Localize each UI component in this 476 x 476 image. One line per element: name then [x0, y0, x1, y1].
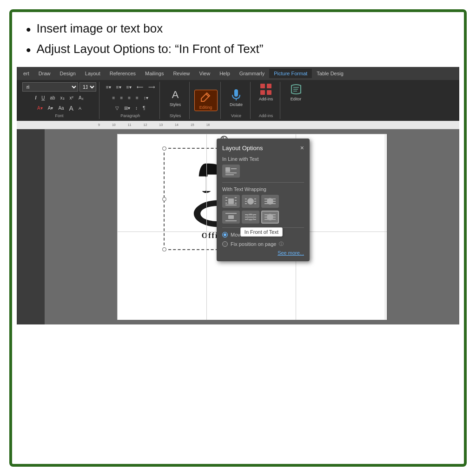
line-spacing[interactable]: ↕▾	[142, 94, 150, 101]
multilevel-button[interactable]: ≡▾	[125, 84, 133, 91]
wrap-icons-row-1	[222, 195, 304, 208]
svg-point-46	[267, 214, 273, 220]
subscript-button[interactable]: x₂	[59, 94, 66, 101]
fix-position-option[interactable]: Fix position on page ⓘ	[222, 241, 304, 247]
radio-move-with-text[interactable]	[222, 232, 228, 238]
paragraph-group-label: Paragraph	[120, 113, 140, 119]
font-name-selector[interactable]: ri	[22, 82, 78, 92]
font-color-a[interactable]: A▾	[46, 105, 55, 112]
wrap-in-front-icon[interactable]: In Front of Text	[261, 211, 279, 224]
radio-fix-position[interactable]	[222, 241, 228, 247]
tab-view[interactable]: View	[195, 69, 215, 78]
font-size-selector[interactable]: 11	[79, 82, 96, 92]
handle-bottom-left[interactable]	[162, 247, 166, 251]
svg-rect-4	[267, 84, 271, 88]
font-row-1: ri 11	[22, 82, 96, 93]
editor-icon	[290, 83, 303, 96]
strikethrough-button[interactable]: ab	[48, 94, 57, 101]
tab-grammarly[interactable]: Grammarly	[235, 69, 269, 78]
shading-button[interactable]: ▽	[113, 105, 121, 112]
ribbon-group-font: ri 11 I U ab x₂ x² Aᵪ A▾ A▾ A	[20, 82, 99, 119]
tab-draw[interactable]: Draw	[34, 69, 55, 78]
handle-top-left[interactable]	[162, 146, 166, 151]
inline-option	[222, 165, 304, 178]
panel-close-button[interactable]: ×	[300, 144, 304, 152]
tab-mailings[interactable]: Mailings	[140, 69, 168, 78]
para-row-3: ▽ ⊞▾ ↕ ¶	[113, 103, 147, 113]
pilcrow-button[interactable]: ¶	[141, 105, 147, 112]
document-area: ⚓	[17, 129, 459, 324]
decrease-indent[interactable]: ⟵	[135, 84, 145, 91]
svg-rect-17	[228, 198, 234, 204]
tab-help[interactable]: Help	[215, 69, 235, 78]
page-area: ⚓	[45, 129, 459, 324]
svg-rect-6	[267, 90, 271, 95]
increase-indent[interactable]: ⟶	[146, 84, 157, 91]
tab-layout[interactable]: Layout	[80, 69, 105, 78]
svg-rect-36	[228, 215, 234, 219]
styles-group-label: Styles	[170, 113, 181, 119]
underline-button[interactable]: U	[40, 94, 46, 101]
editing-button[interactable]: Editing	[194, 90, 218, 111]
left-sidebar	[17, 129, 45, 324]
tab-ert[interactable]: ert	[19, 69, 34, 78]
fix-position-label: Fix position on page	[231, 241, 276, 247]
styles-row: A Styles	[165, 82, 185, 113]
clear-format-button[interactable]: Aᵪ	[77, 94, 86, 101]
tab-picture-format[interactable]: Picture Format	[269, 69, 312, 78]
handle-mid-left[interactable]	[162, 197, 166, 201]
instruction-item-1: Insert image or text box	[26, 21, 450, 38]
font-size-a-big[interactable]: A	[67, 104, 75, 113]
font-size-a-small[interactable]: A	[77, 105, 83, 112]
fix-info-icon[interactable]: ⓘ	[279, 241, 284, 247]
svg-point-25	[247, 198, 254, 205]
numbering-button[interactable]: ≡▾	[114, 84, 123, 91]
justify[interactable]: ≡	[134, 94, 140, 101]
sort-button[interactable]: ↕	[133, 105, 139, 112]
wrap-square-icon[interactable]	[222, 195, 240, 208]
inline-wrap-icon[interactable]	[222, 165, 240, 178]
inline-label: In Line with Text	[222, 156, 304, 162]
wrap-top-bottom-icon[interactable]	[222, 211, 240, 224]
tab-table-design[interactable]: Table Desig	[312, 69, 348, 78]
ribbon-tabs-row: ert Draw Design Layout References Mailin…	[17, 67, 459, 80]
wrap-behind-text-icon[interactable]	[242, 211, 259, 224]
styles-button[interactable]: A Styles	[165, 87, 185, 108]
addins-button[interactable]: Add-ins	[255, 82, 277, 102]
editor-button[interactable]: Editor	[286, 82, 306, 102]
screenshot-container: ert Draw Design Layout References Mailin…	[17, 67, 459, 459]
wrap-tight-icon[interactable]	[242, 195, 259, 208]
superscript-button[interactable]: x²	[68, 94, 75, 101]
dictate-button[interactable]: Dictate	[226, 87, 246, 108]
wrapping-label: With Text Wrapping	[222, 186, 304, 192]
ribbon-content: ri 11 I U ab x₂ x² Aᵪ A▾ A▾ A	[17, 80, 459, 121]
styles-icon: A	[169, 88, 182, 101]
align-left[interactable]: ≡	[111, 94, 117, 101]
para-row-1: ≡▾ ≡▾ ≡▾ ⟵ ⟶	[104, 82, 157, 93]
voice-row: Dictate	[226, 82, 246, 113]
addins-icon	[259, 83, 272, 96]
see-more-link[interactable]: See more...	[222, 250, 304, 256]
text-color-button[interactable]: A▾	[35, 105, 45, 112]
tab-references[interactable]: References	[105, 69, 140, 78]
tab-review[interactable]: Review	[168, 69, 194, 78]
wrap-through-icon[interactable]	[261, 195, 279, 208]
bullets-button[interactable]: ≡▾	[104, 84, 113, 91]
bold-button[interactable]: I	[33, 94, 38, 101]
tab-design[interactable]: Design	[55, 69, 80, 78]
in-front-tooltip: In Front of Text	[240, 227, 283, 237]
para-row-2: ≡ ≡ ≡ ≡ ↕▾	[111, 93, 150, 103]
microphone-icon	[230, 88, 243, 101]
instruction-list: Insert image or text box Adjust Layout O…	[26, 21, 450, 59]
ruler-marks: 9 10 11 12 13 14 15 16	[98, 123, 210, 126]
editing-icon	[199, 91, 212, 104]
outer-border: Insert image or text box Adjust Layout O…	[9, 9, 467, 467]
align-center[interactable]: ≡	[118, 94, 125, 101]
ribbon-group-editor: Editor	[282, 82, 310, 119]
font-size-grow[interactable]: Aa	[56, 105, 66, 112]
align-right[interactable]: ≡	[126, 94, 132, 101]
borders-button[interactable]: ⊞▾	[122, 105, 132, 112]
font-row-2: I U ab x₂ x² Aᵪ	[33, 93, 85, 103]
svg-rect-13	[225, 167, 230, 172]
ribbon-group-voice: Dictate Voice	[223, 82, 251, 119]
